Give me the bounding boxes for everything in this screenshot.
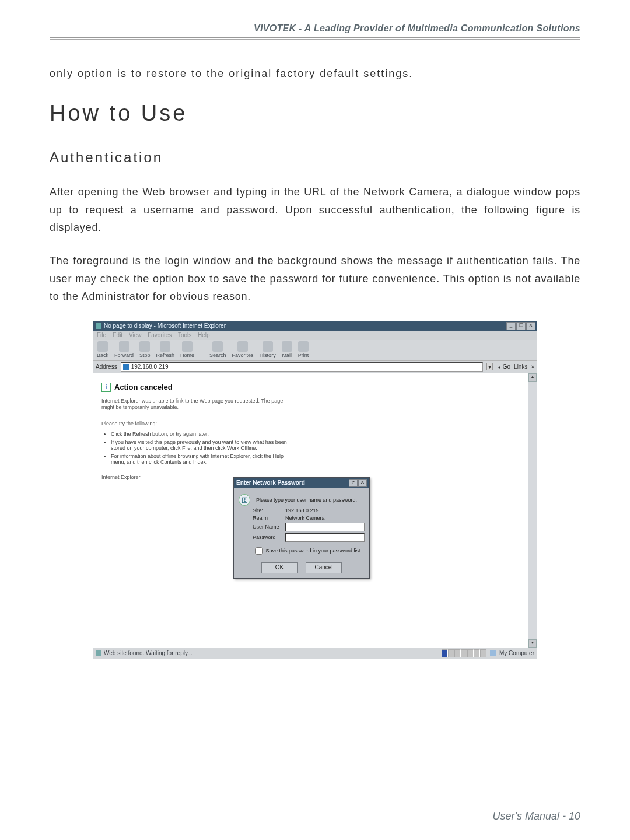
cancel-button[interactable]: Cancel (306, 562, 342, 573)
favorites-button[interactable]: Favorites (232, 341, 254, 358)
search-icon (212, 341, 223, 352)
suggestion-item: If you have visited this page previously… (111, 439, 292, 451)
back-icon (97, 341, 108, 352)
mail-button[interactable]: Mail (282, 341, 292, 358)
links-label[interactable]: Links (514, 363, 527, 370)
zone-label: My Computer (499, 650, 534, 656)
subsection-title: Authentication (50, 149, 580, 166)
password-field[interactable] (285, 533, 365, 542)
menu-view[interactable]: View (129, 332, 142, 338)
home-button[interactable]: Home (180, 341, 194, 358)
home-icon (182, 341, 192, 352)
back-button[interactable]: Back (97, 341, 108, 358)
ie-toolbar: Back Forward Stop Refresh Home Search Fa… (93, 340, 537, 360)
mail-icon (282, 341, 292, 352)
info-icon: i (102, 383, 111, 392)
progress-bar (442, 649, 487, 657)
ie-statusbar: Web site found. Waiting for reply... My … (93, 648, 537, 659)
refresh-icon (160, 341, 170, 352)
menu-help[interactable]: Help (198, 332, 210, 338)
ie-titlebar: No page to display - Microsoft Internet … (93, 321, 537, 331)
scroll-down-icon[interactable]: ▾ (528, 639, 537, 648)
minimize-button[interactable]: _ (506, 322, 516, 330)
save-password-label: Save this password in your password list (266, 548, 360, 554)
scrollbar[interactable]: ▴ ▾ (528, 373, 537, 648)
site-value: 192.168.0.219 (285, 508, 319, 513)
site-label: Site: (253, 508, 282, 513)
header-rule (50, 39, 580, 40)
address-label: Address (96, 363, 117, 370)
suggestion-item: Click the Refresh button, or try again l… (111, 431, 292, 437)
window-buttons: _ ❐ X (506, 322, 536, 330)
print-button[interactable]: Print (298, 341, 309, 358)
username-label: User Name (253, 524, 282, 530)
auth-dialog: Enter Network Password ? X ⚿ Please type… (233, 477, 370, 579)
history-icon (262, 341, 273, 352)
maximize-button[interactable]: ❐ (516, 322, 526, 330)
refresh-button[interactable]: Refresh (156, 341, 175, 358)
dropdown-icon[interactable]: ▾ (487, 363, 493, 370)
paragraph-2: The foreground is the login window and t… (50, 252, 580, 306)
stop-icon (139, 341, 150, 352)
ie-window: No page to display - Microsoft Internet … (93, 321, 537, 659)
save-password-checkbox[interactable] (255, 547, 262, 555)
status-text: Web site found. Waiting for reply... (104, 650, 192, 656)
scroll-up-icon[interactable]: ▴ (528, 373, 537, 382)
page-header: VIVOTEK - A Leading Provider of Multimed… (50, 23, 580, 38)
auth-title-text: Enter Network Password (236, 480, 305, 486)
go-button[interactable]: ↳ Go (496, 363, 510, 370)
favorites-icon (237, 341, 248, 352)
username-field[interactable] (285, 523, 365, 531)
status-icon (96, 650, 102, 656)
ie-address-bar: Address 192.168.0.219 ▾ ↳ Go Links » (93, 360, 537, 373)
suggestion-list: Click the Refresh button, or try again l… (111, 431, 292, 465)
address-value: 192.168.0.219 (131, 363, 169, 370)
ok-button[interactable]: OK (261, 562, 298, 573)
ie-menubar: File Edit View Favorites Tools Help (93, 331, 537, 340)
realm-label: Realm (253, 515, 282, 521)
help-button[interactable]: ? (349, 479, 358, 487)
key-icon: ⚿ (239, 494, 250, 506)
ie-content-area: ▴ ▾ i Action canceled Internet Explorer … (93, 373, 537, 648)
zone-icon (490, 650, 496, 656)
menu-file[interactable]: File (97, 332, 106, 338)
close-button[interactable]: X (526, 322, 536, 330)
menu-edit[interactable]: Edit (113, 332, 123, 338)
section-title: How to Use (50, 101, 580, 126)
page-footer: User's Manual - 10 (493, 810, 581, 822)
please-try-label: Please try the following: (102, 421, 528, 426)
paragraph-1: After opening the Web browser and typing… (50, 183, 580, 237)
action-canceled-heading: Action canceled (114, 383, 173, 391)
forward-icon (119, 341, 130, 352)
links-expand-icon[interactable]: » (531, 363, 534, 370)
search-button[interactable]: Search (209, 341, 226, 358)
address-input[interactable]: 192.168.0.219 (121, 362, 483, 372)
menu-favorites[interactable]: Favorites (148, 332, 172, 338)
auth-close-button[interactable]: X (358, 479, 367, 487)
suggestion-item: For information about offline browsing w… (111, 453, 292, 465)
ie-title-text: No page to display - Microsoft Internet … (104, 323, 226, 329)
history-button[interactable]: History (260, 341, 276, 358)
intro-fragment: only option is to restore to the origina… (50, 64, 580, 83)
auth-prompt: Please type your user name and password. (256, 497, 357, 503)
password-label: Password (253, 534, 282, 540)
forward-button[interactable]: Forward (114, 341, 134, 358)
realm-value: Network Camera (285, 515, 325, 521)
action-canceled-subtext: Internet Explorer was unable to link to … (102, 398, 288, 411)
auth-titlebar: Enter Network Password ? X (234, 478, 369, 488)
print-icon (298, 341, 309, 352)
ie-url-icon (123, 364, 129, 370)
stop-button[interactable]: Stop (139, 341, 150, 358)
menu-tools[interactable]: Tools (178, 332, 191, 338)
ie-app-icon (96, 323, 102, 329)
